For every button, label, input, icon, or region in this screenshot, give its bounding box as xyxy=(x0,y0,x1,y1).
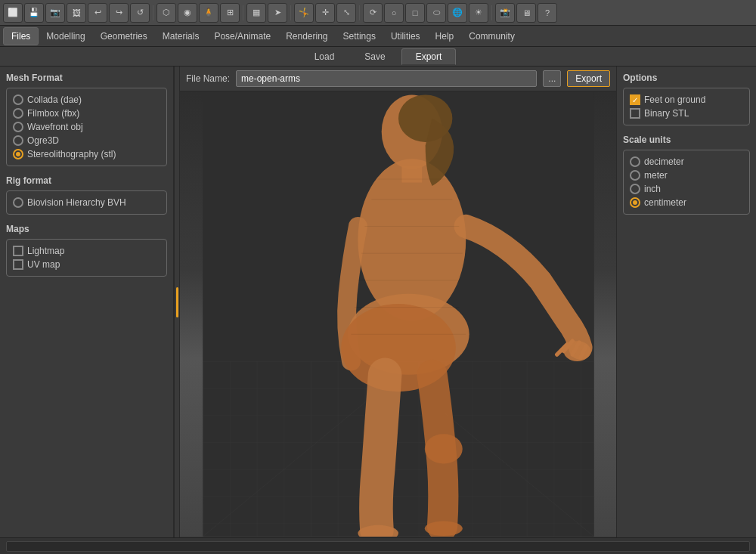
viewport-canvas[interactable] xyxy=(180,91,616,537)
option-uv-map[interactable]: UV map xyxy=(13,258,160,271)
left-panel: Mesh FormatCollada (dae)Filmbox (fbx)Wav… xyxy=(0,67,174,537)
filename-label: File Name: xyxy=(186,73,230,84)
section-box: LightmapUV map xyxy=(6,239,167,277)
statusbar-field xyxy=(6,541,750,552)
browse-button[interactable]: ... xyxy=(543,70,561,87)
radio-indicator xyxy=(13,122,23,132)
undo-icon[interactable]: ↩ xyxy=(88,3,107,23)
subtab-load[interactable]: Load xyxy=(300,48,349,65)
option-collada--dae-[interactable]: Collada (dae) xyxy=(13,93,160,107)
menu-item-utilities[interactable]: Utilities xyxy=(383,28,428,45)
subtab-export[interactable]: Export xyxy=(401,48,457,65)
radio-indicator xyxy=(13,197,23,208)
radio-indicator xyxy=(13,108,23,119)
menu-item-community[interactable]: Community xyxy=(461,28,522,45)
menu-item-pose-animate[interactable]: Pose/Animate xyxy=(206,28,278,45)
box-icon[interactable]: □ xyxy=(405,3,425,23)
pose-icon[interactable]: 🤸 xyxy=(294,3,314,23)
section-options: OptionsFeet on groundBinary STL xyxy=(623,73,750,125)
option-label: UV map xyxy=(27,259,60,270)
globe-icon[interactable]: 🌐 xyxy=(448,3,467,23)
scale-icon[interactable]: ⤡ xyxy=(336,3,356,23)
light-icon[interactable]: ☀ xyxy=(469,3,488,23)
viewport-header: File Name: ... Export xyxy=(180,67,616,91)
toolbar-separator xyxy=(359,5,360,20)
radio-indicator xyxy=(13,149,23,159)
section-box: Feet on groundBinary STL xyxy=(623,88,750,125)
right-panel: OptionsFeet on groundBinary STLScale uni… xyxy=(616,67,756,537)
option-centimeter[interactable]: centimeter xyxy=(630,196,743,209)
section-maps: MapsLightmapUV map xyxy=(6,224,167,277)
option-filmbox--fbx-[interactable]: Filmbox (fbx) xyxy=(13,107,160,120)
option-feet-on-ground[interactable]: Feet on ground xyxy=(630,93,743,107)
menu-item-settings[interactable]: Settings xyxy=(336,28,383,45)
option-ogre3d[interactable]: Ogre3D xyxy=(13,134,160,147)
render-icon[interactable]: 🖼 xyxy=(67,3,86,23)
option-decimeter[interactable]: decimeter xyxy=(630,155,743,169)
menu-item-files[interactable]: Files xyxy=(3,27,39,45)
sphere-icon[interactable]: ◉ xyxy=(178,3,197,23)
option-stereolithography--stl-[interactable]: Stereolithography (stl) xyxy=(13,147,160,161)
checkbox-indicator xyxy=(13,246,23,256)
section-rig-format: Rig formatBiovision Hierarchy BVH xyxy=(6,175,167,215)
menu-item-modelling[interactable]: Modelling xyxy=(39,28,92,45)
grid-icon[interactable]: ⊞ xyxy=(220,3,240,23)
toolbar-separator xyxy=(153,5,153,20)
menu-item-rendering[interactable]: Rendering xyxy=(278,28,335,45)
option-label: Biovision Hierarchy BVH xyxy=(27,197,126,208)
reset-icon[interactable]: ↺ xyxy=(130,3,150,23)
radio-indicator xyxy=(13,94,23,105)
viewport: File Name: ... Export xyxy=(180,67,616,537)
option-label: decimeter xyxy=(644,156,684,167)
radio-indicator xyxy=(630,184,640,194)
option-label: Wavefront obj xyxy=(27,122,83,132)
statusbar xyxy=(0,537,756,554)
option-label: Filmbox (fbx) xyxy=(27,108,79,119)
option-meter[interactable]: meter xyxy=(630,169,743,182)
radio-indicator xyxy=(630,156,640,167)
svg-rect-7 xyxy=(401,166,422,182)
menu-item-help[interactable]: Help xyxy=(428,28,462,45)
option-label: Binary STL xyxy=(644,108,689,119)
section-box: Collada (dae)Filmbox (fbx)Wavefront objO… xyxy=(6,88,167,166)
arrow-icon[interactable]: ➤ xyxy=(268,3,287,23)
export-button[interactable]: Export xyxy=(567,70,610,87)
camera-icon[interactable]: 📷 xyxy=(45,3,65,23)
radio-indicator xyxy=(630,197,640,208)
menubar: FilesModellingGeometriesMaterialsPose/An… xyxy=(0,26,756,47)
section-mesh-format: Mesh FormatCollada (dae)Filmbox (fbx)Wav… xyxy=(6,73,167,166)
screenshot-icon[interactable]: 🖥 xyxy=(516,3,536,23)
option-label: Stereolithography (stl) xyxy=(27,149,116,159)
rotate-icon[interactable]: ⟳ xyxy=(363,3,383,23)
section-title: Mesh Format xyxy=(6,73,167,83)
redo-icon[interactable]: ↪ xyxy=(109,3,129,23)
panel-divider[interactable] xyxy=(174,67,180,537)
option-inch[interactable]: inch xyxy=(630,182,743,196)
main-area: Mesh FormatCollada (dae)Filmbox (fbx)Wav… xyxy=(0,67,756,537)
camera2-icon[interactable]: 📸 xyxy=(495,3,515,23)
checkbox-indicator xyxy=(630,108,640,119)
circle-icon[interactable]: ○ xyxy=(384,3,404,23)
window-icon[interactable]: ⬜ xyxy=(3,3,23,23)
cylinder-icon[interactable]: ⬭ xyxy=(426,3,446,23)
filename-input[interactable] xyxy=(236,70,537,87)
disk-icon[interactable]: 💾 xyxy=(24,3,44,23)
figure-icon[interactable]: 🧍 xyxy=(199,3,218,23)
move-icon[interactable]: ✛ xyxy=(315,3,335,23)
texture-icon[interactable]: ▦ xyxy=(246,3,266,23)
menu-item-materials[interactable]: Materials xyxy=(155,28,207,45)
mesh-icon[interactable]: ⬡ xyxy=(156,3,176,23)
toolbar: ⬜💾📷🖼↩↪↺⬡◉🧍⊞▦➤🤸✛⤡⟳○□⬭🌐☀📸🖥? xyxy=(0,0,756,26)
option-biovision-hierarchy-bvh[interactable]: Biovision Hierarchy BVH xyxy=(13,196,160,209)
option-binary-stl[interactable]: Binary STL xyxy=(630,107,743,120)
option-lightmap[interactable]: Lightmap xyxy=(13,244,160,258)
checkbox-indicator xyxy=(13,259,23,270)
3d-figure xyxy=(180,91,616,537)
help-icon[interactable]: ? xyxy=(538,3,557,23)
checkbox-indicator xyxy=(630,94,640,105)
option-wavefront-obj[interactable]: Wavefront obj xyxy=(13,120,160,134)
menu-item-geometries[interactable]: Geometries xyxy=(93,28,155,45)
radio-indicator xyxy=(630,170,640,181)
subtab-save[interactable]: Save xyxy=(350,48,399,65)
radio-indicator xyxy=(13,135,23,146)
